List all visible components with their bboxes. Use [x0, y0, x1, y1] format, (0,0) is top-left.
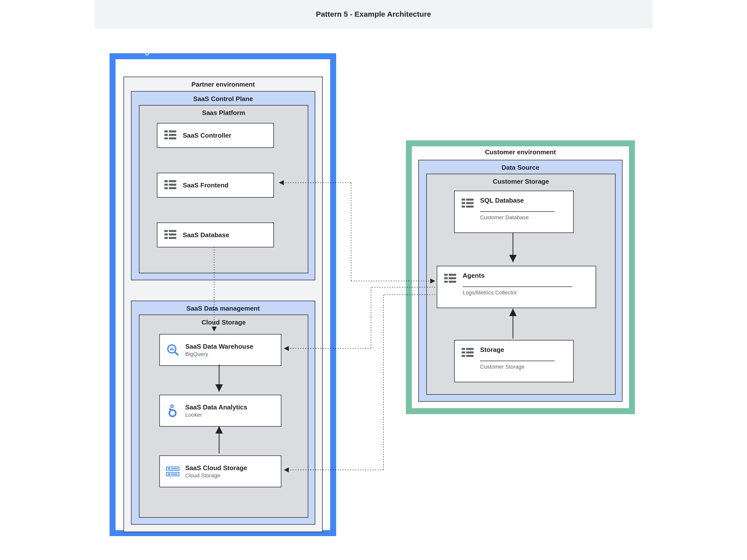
- svg-point-23: [171, 405, 173, 407]
- data-source-container: Data Source Customer Storage SQL Databas…: [418, 160, 622, 402]
- saas-cloudstorage-card: SaaS Cloud Storage Cloud Storage: [159, 455, 281, 487]
- saas-datawarehouse-card: SaaS Data Warehouse BigQuery: [159, 334, 281, 366]
- warehouse-title: SaaS Data Warehouse: [185, 343, 254, 350]
- svg-rect-11: [169, 187, 176, 189]
- svg-rect-30: [171, 468, 178, 469]
- looker-icon: [166, 404, 180, 418]
- svg-rect-2: [164, 134, 168, 136]
- agents-card: Agents Logs/Metrics Collector: [437, 266, 596, 308]
- svg-rect-8: [164, 184, 168, 186]
- server-icon: [163, 128, 177, 142]
- svg-rect-47: [466, 351, 473, 353]
- svg-rect-35: [466, 202, 473, 204]
- svg-rect-28: [168, 468, 170, 470]
- saas-control-plane-title: SaaS Control Plane: [131, 91, 315, 106]
- saas-frontend-card: SaaS Frontend: [157, 173, 274, 197]
- saas-data-management-title: SaaS Data management: [131, 301, 315, 316]
- agents-title: Agents: [463, 272, 572, 279]
- svg-rect-29: [168, 473, 170, 475]
- svg-rect-14: [164, 234, 168, 236]
- svg-rect-39: [449, 274, 456, 276]
- partner-environment-container: Partner environment SaaS Control Plane S…: [124, 77, 323, 532]
- svg-rect-4: [164, 137, 168, 139]
- svg-rect-46: [462, 351, 465, 353]
- svg-rect-20: [170, 348, 171, 350]
- bigquery-icon: [166, 343, 180, 357]
- customer-storage-container: Customer Storage SQL Database Customer D…: [426, 174, 616, 395]
- svg-rect-9: [169, 184, 176, 186]
- saas-data-management-container: SaaS Data management Cloud Storage SaaS …: [131, 301, 315, 525]
- saas-control-plane-container: SaaS Control Plane Saas Platform SaaS Co…: [131, 91, 315, 280]
- analytics-sub: Looker: [185, 412, 247, 418]
- customer-storage-title: Customer Storage: [427, 174, 615, 189]
- analytics-title: SaaS Data Analytics: [185, 403, 247, 411]
- svg-rect-22: [173, 349, 174, 350]
- saas-database-label: SaaS Database: [183, 231, 229, 239]
- cloud-storage-title: Cloud Storage: [139, 315, 308, 330]
- svg-rect-49: [466, 355, 473, 357]
- agents-sub: Logs/Metrics Collector: [463, 287, 572, 296]
- saas-controller-card: SaaS Controller: [157, 123, 274, 148]
- data-source-title: Data Source: [419, 160, 622, 175]
- saas-controller-label: SaaS Controller: [183, 132, 231, 139]
- svg-rect-37: [466, 206, 473, 208]
- svg-rect-12: [164, 230, 168, 232]
- server-icon: [443, 272, 457, 286]
- svg-rect-33: [466, 198, 473, 201]
- storage-title: Storage: [480, 346, 555, 354]
- sql-database-card: SQL Database Customer Database: [454, 191, 574, 233]
- cloud-storage-icon: [166, 464, 180, 478]
- storage-sub: Customer Storage: [480, 361, 555, 370]
- customer-environment-container: Customer environment Data Source Custome…: [406, 140, 635, 414]
- cloud-storage-container: Cloud Storage SaaS Data Warehouse BigQue…: [139, 315, 308, 518]
- svg-rect-0: [164, 130, 168, 132]
- svg-rect-36: [462, 206, 465, 208]
- diagram-canvas: Google Cloud GoogleCloud Partner environ…: [95, 28, 652, 546]
- storage-card: Storage Customer Storage: [454, 340, 574, 382]
- diagram-title: Pattern 5 - Example Architecture: [95, 0, 652, 28]
- svg-rect-13: [169, 230, 176, 232]
- svg-line-19: [175, 352, 178, 355]
- svg-rect-38: [444, 274, 448, 276]
- server-icon: [461, 346, 474, 360]
- svg-point-25: [169, 410, 176, 417]
- server-icon: [163, 178, 177, 192]
- svg-rect-6: [164, 180, 168, 182]
- warehouse-sub: BigQuery: [185, 351, 254, 357]
- svg-rect-16: [164, 237, 168, 239]
- svg-rect-44: [462, 348, 465, 350]
- svg-rect-41: [449, 277, 456, 279]
- saas-platform-container: Saas Platform SaaS Controller SaaS Front…: [139, 105, 308, 273]
- svg-rect-7: [169, 180, 176, 182]
- svg-rect-45: [466, 348, 473, 350]
- svg-rect-17: [169, 237, 176, 239]
- svg-rect-21: [172, 347, 173, 350]
- google-cloud-logo: Google Cloud: [126, 44, 186, 55]
- saas-platform-title: Saas Platform: [139, 106, 308, 120]
- server-icon: [461, 196, 474, 211]
- svg-rect-48: [462, 355, 465, 357]
- saas-database-card: SaaS Database: [157, 222, 274, 247]
- sql-sub: Customer Database: [480, 211, 555, 221]
- svg-rect-10: [164, 187, 168, 189]
- customer-environment-title: Customer environment: [412, 145, 629, 160]
- sql-title: SQL Database: [480, 196, 555, 204]
- saas-analytics-card: SaaS Data Analytics Looker: [159, 395, 281, 427]
- svg-rect-40: [444, 277, 448, 279]
- svg-rect-34: [462, 202, 465, 204]
- cloudstorage-title: SaaS Cloud Storage: [185, 464, 247, 472]
- svg-rect-43: [449, 281, 456, 283]
- svg-rect-42: [444, 281, 448, 283]
- saas-frontend-label: SaaS Frontend: [183, 182, 228, 189]
- google-cloud-brand: GoogleCloud: [125, 58, 185, 69]
- partner-environment-title: Partner environment: [124, 77, 322, 92]
- svg-rect-15: [169, 234, 176, 236]
- server-icon: [163, 228, 177, 242]
- svg-rect-5: [169, 137, 176, 139]
- svg-rect-3: [169, 134, 176, 136]
- svg-rect-32: [462, 198, 465, 201]
- svg-rect-31: [171, 474, 178, 475]
- cloudstorage-sub: Cloud Storage: [185, 472, 247, 479]
- svg-rect-1: [169, 130, 176, 132]
